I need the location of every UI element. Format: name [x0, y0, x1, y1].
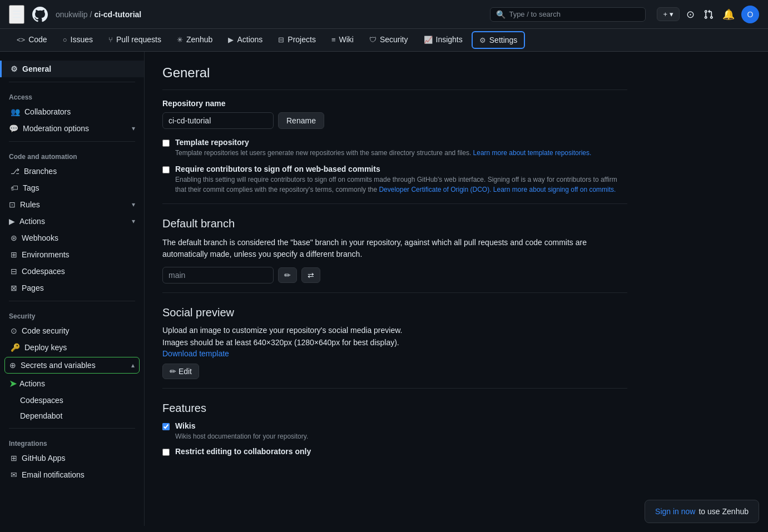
security-icon: 🛡: [369, 36, 376, 44]
signoff-checkbox[interactable]: [162, 166, 170, 173]
notification-icon-btn[interactable]: 🔔: [720, 6, 737, 23]
tab-actions-label: Actions: [237, 35, 262, 44]
template-repo-row: Template repository Template repositorie…: [162, 138, 627, 158]
create-button[interactable]: + ▾: [657, 7, 680, 21]
issues-icon: ○: [63, 36, 67, 44]
pullrequest-icon-btn[interactable]: [701, 7, 716, 22]
sidebar-item-codespaces[interactable]: ⊟ Codespaces: [0, 263, 144, 280]
sidebar-section-security: Security: [0, 306, 144, 322]
repo-name[interactable]: ci-cd-tutorial: [94, 10, 141, 19]
restrict-editing-checkbox[interactable]: [162, 449, 170, 456]
repo-name-input[interactable]: [162, 112, 274, 129]
search-placeholder[interactable]: Type / to search: [509, 10, 561, 18]
key-icon: 🔑: [11, 343, 20, 352]
wikis-row: Wikis Wikis host documentation for your …: [162, 421, 627, 441]
zenhub-banner: Sign in now to use Zenhub: [645, 500, 759, 523]
sidebar-tags-label: Tags: [23, 183, 39, 192]
sidebar-item-pages[interactable]: ⊠ Pages: [0, 280, 144, 296]
template-repo-checkbox[interactable]: [162, 140, 170, 147]
repo-breadcrumb[interactable]: onukwilip / ci-cd-tutorial: [56, 10, 141, 19]
sidebar-general-label: General: [22, 64, 51, 73]
tab-pullrequests[interactable]: ⑂ Pull requests: [101, 29, 169, 51]
email-icon: ✉: [11, 470, 17, 479]
tab-security[interactable]: 🛡 Security: [361, 29, 416, 51]
code-icon: <>: [17, 36, 25, 44]
signoff-label: Require contributors to sign off on web-…: [175, 165, 627, 173]
dco-link[interactable]: Developer Certificate of Origin (DCO).: [379, 186, 491, 193]
signoff-row: Require contributors to sign off on web-…: [162, 165, 627, 195]
webhook-icon: ⊛: [11, 233, 17, 242]
switch-branch-button[interactable]: ⇄: [301, 267, 320, 283]
branch-icon: ⎇: [11, 167, 19, 176]
githubapps-icon: ⊞: [11, 454, 17, 463]
sidebar-sub-dependabot[interactable]: Dependabot: [0, 408, 144, 424]
issues-icon-btn[interactable]: ⊙: [684, 6, 697, 23]
sidebar-item-tags[interactable]: 🏷 Tags: [0, 180, 144, 196]
tab-wiki[interactable]: ≡ Wiki: [324, 29, 361, 51]
hamburger-menu[interactable]: ☰: [9, 5, 24, 24]
actions-sidebar-icon: ▶: [9, 217, 15, 226]
signoff-link[interactable]: Learn more about signing off on commits.: [493, 186, 616, 193]
tab-zenhub-label: Zenhub: [186, 35, 212, 44]
tab-issues[interactable]: ○ Issues: [55, 29, 101, 51]
sidebar-item-general[interactable]: ⚙ General: [0, 61, 144, 77]
wikis-label: Wikis: [175, 421, 308, 430]
sidebar-item-actions[interactable]: ▶ Actions ▾: [0, 213, 144, 230]
tab-projects[interactable]: ⊟ Projects: [270, 29, 324, 51]
tag-icon: 🏷: [11, 183, 18, 192]
sidebar-item-moderation[interactable]: 💬 Moderation options ▾: [0, 120, 144, 137]
pullrequest-icon: ⑂: [108, 36, 113, 44]
tab-code[interactable]: <> Code: [9, 29, 55, 51]
default-branch-title: Default branch: [162, 217, 627, 230]
environment-icon: ⊞: [11, 250, 17, 259]
sidebar-secrets-label: Secrets and variables: [21, 361, 96, 370]
repo-tabs: <> Code ○ Issues ⑂ Pull requests ✳ Zenhu…: [0, 29, 768, 52]
sidebar-sub-actions-label: Actions: [19, 379, 45, 388]
page-title: General: [162, 65, 627, 81]
edit-branch-button[interactable]: ✏: [278, 267, 297, 283]
download-template-link[interactable]: Download template: [162, 349, 229, 358]
avatar[interactable]: O: [741, 6, 759, 23]
branch-row: ✏ ⇄: [162, 267, 627, 284]
sidebar-section-codeauto: Code and automation: [0, 146, 144, 163]
pages-icon: ⊠: [11, 284, 17, 292]
sidebar-item-codesecurity[interactable]: ⊙ Code security: [0, 322, 144, 339]
settings-content: General Repository name Rename Template …: [145, 52, 645, 526]
restrict-editing-label: Restrict editing to collaborators only: [175, 447, 311, 456]
sidebar-item-branches[interactable]: ⎇ Branches: [0, 163, 144, 180]
social-preview-sub: Images should be at least 640×320px (128…: [162, 338, 627, 347]
comment-icon: 💬: [9, 124, 18, 133]
global-search[interactable]: 🔍 Type / to search: [490, 7, 646, 22]
tab-insights-label: Insights: [436, 35, 463, 44]
sidebar-item-collaborators[interactable]: 👥 Collaborators: [0, 103, 144, 120]
tab-insights[interactable]: 📈 Insights: [416, 29, 470, 51]
wikis-checkbox[interactable]: [162, 423, 170, 430]
owner-name[interactable]: onukwilip: [56, 10, 88, 19]
zenhub-signin-link[interactable]: Sign in now: [655, 507, 695, 516]
sidebar-item-emailnotif[interactable]: ✉ Email notifications: [0, 466, 144, 483]
tab-actions[interactable]: ▶ Actions: [220, 29, 270, 51]
sidebar-item-deploykeys[interactable]: 🔑 Deploy keys: [0, 339, 144, 356]
wiki-icon: ≡: [331, 36, 336, 44]
template-repo-link[interactable]: Learn more about template repositories.: [473, 149, 592, 157]
sidebar-item-environments[interactable]: ⊞ Environments: [0, 246, 144, 263]
sidebar-sub-actions[interactable]: Actions: [19, 377, 45, 390]
social-preview-desc: Upload an image to customize your reposi…: [162, 326, 627, 335]
sidebar-item-webhooks[interactable]: ⊛ Webhooks: [0, 230, 144, 246]
tab-settings[interactable]: ⚙ Settings: [472, 31, 526, 49]
sidebar-sub-codespaces[interactable]: Codespaces: [0, 392, 144, 408]
tab-zenhub[interactable]: ✳ Zenhub: [169, 29, 220, 51]
tab-projects-label: Projects: [288, 35, 316, 44]
topnav-actions: + ▾ ⊙ 🔔 O: [657, 6, 759, 23]
sidebar-item-secrets[interactable]: ⊕ Secrets and variables ▴: [4, 357, 140, 374]
sidebar-divider-2: [9, 141, 135, 142]
sidebar-item-githubapps[interactable]: ⊞ GitHub Apps: [0, 450, 144, 466]
branch-input[interactable]: [162, 267, 274, 284]
sidebar-item-rules[interactable]: ⊡ Rules ▾: [0, 196, 144, 213]
sidebar-webhooks-label: Webhooks: [22, 233, 58, 242]
zenhub-icon: ✳: [177, 36, 183, 44]
edit-social-button[interactable]: ✏ Edit: [162, 364, 199, 379]
settings-sidebar: ⚙ General Access 👥 Collaborators 💬 Moder…: [0, 52, 145, 526]
rename-button[interactable]: Rename: [278, 112, 324, 129]
sidebar-section-integrations: Integrations: [0, 433, 144, 450]
